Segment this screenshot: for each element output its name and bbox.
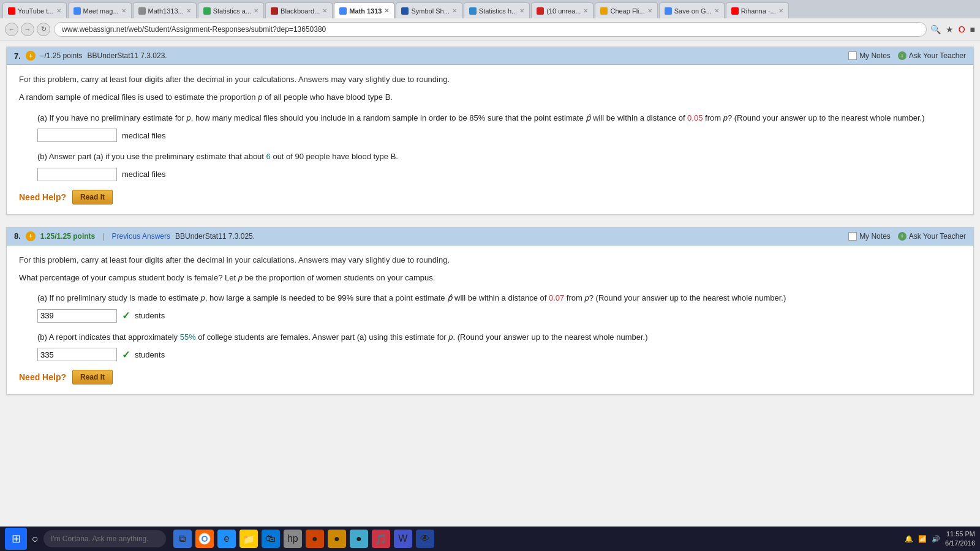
question-7-read-it-button[interactable]: Read It bbox=[72, 190, 113, 204]
taskbar-time: 11:55 PM 6/17/2016 bbox=[945, 530, 975, 549]
url-bar[interactable] bbox=[54, 22, 927, 37]
extension-icon[interactable]: ■ bbox=[970, 24, 975, 34]
question-8-prev-answers[interactable]: Previous Answers bbox=[112, 232, 170, 241]
question-7-intro: A random sample of medical files is used… bbox=[19, 91, 961, 103]
question-7b-block: (b) Answer part (a) if you use the preli… bbox=[37, 151, 961, 181]
tab-statistics-close[interactable]: ✕ bbox=[254, 7, 258, 14]
tab-math1313-active[interactable]: Math 1313 ✕ bbox=[334, 2, 394, 18]
tab-rihanna-close[interactable]: ✕ bbox=[778, 7, 783, 14]
tab-symbol-close[interactable]: ✕ bbox=[452, 7, 457, 14]
tab-blackboard-icon bbox=[271, 7, 278, 15]
tab-rihanna[interactable]: Rihanna -... ✕ bbox=[726, 2, 789, 18]
tab-meet-close[interactable]: ✕ bbox=[121, 7, 126, 14]
taskbar-files-icon[interactable]: 📁 bbox=[239, 530, 258, 548]
tab-email-close[interactable]: ✕ bbox=[583, 7, 588, 14]
back-button[interactable]: ← bbox=[5, 23, 18, 36]
tab-math1313-active-close[interactable]: ✕ bbox=[384, 7, 389, 14]
question-7-my-notes-button[interactable]: My Notes bbox=[848, 51, 891, 60]
question-7-ref: BBUnderStat11 7.3.023. bbox=[88, 51, 167, 60]
tab-symbol[interactable]: Symbol Sh... ✕ bbox=[396, 2, 462, 18]
search-icon[interactable]: 🔍 bbox=[930, 24, 941, 34]
question-8a-input[interactable] bbox=[37, 309, 117, 323]
question-8-header-right: My Notes + Ask Your Teacher bbox=[848, 232, 966, 241]
bookmark-icon[interactable]: ★ bbox=[946, 24, 954, 34]
tab-blackboard[interactable]: Blackboard... ✕ bbox=[265, 2, 333, 18]
question-7b-text: (b) Answer part (a) if you use the preli… bbox=[37, 151, 961, 163]
tab-cheap-icon bbox=[600, 7, 608, 15]
opera-icon[interactable]: O bbox=[959, 24, 965, 34]
taskbar-volume-icon: 🔊 bbox=[932, 535, 940, 543]
taskbar-edge-icon[interactable]: e bbox=[217, 530, 236, 548]
taskbar-right: 🔔 📶 🔊 11:55 PM 6/17/2016 bbox=[905, 530, 975, 549]
tab-statistics[interactable]: Statistics a... ✕ bbox=[198, 2, 264, 18]
question-8-separator: | bbox=[102, 231, 104, 241]
taskbar-icon9[interactable]: ● bbox=[350, 530, 368, 548]
forward-button[interactable]: → bbox=[21, 23, 34, 36]
taskbar-chrome-icon[interactable] bbox=[195, 530, 214, 548]
taskbar-icon12[interactable]: 👁 bbox=[416, 530, 434, 548]
question-7a-text: (a) If you have no preliminary estimate … bbox=[37, 112, 961, 124]
question-8-intro: What percentage of your campus student b… bbox=[19, 272, 961, 284]
question-7-ask-teacher-button[interactable]: + Ask Your Teacher bbox=[898, 51, 966, 60]
question-8b-answer-row: ✓ students bbox=[37, 348, 961, 361]
tab-cheap-close[interactable]: ✕ bbox=[647, 7, 652, 14]
question-7b-highlight: 6 bbox=[266, 152, 271, 161]
question-7-header-right: My Notes + Ask Your Teacher bbox=[848, 51, 966, 60]
tab-save-icon bbox=[665, 7, 672, 15]
tab-youtube-close[interactable]: ✕ bbox=[56, 7, 61, 14]
nav-buttons: ← → ↻ bbox=[5, 23, 50, 36]
tab-save-close[interactable]: ✕ bbox=[714, 7, 719, 14]
tab-statistics-icon bbox=[203, 7, 211, 15]
question-7-points: –/1.25 points bbox=[40, 51, 83, 60]
question-7a-answer-row: medical files bbox=[37, 129, 961, 142]
question-8a-highlight: 0.07 bbox=[549, 293, 564, 302]
tab-email-icon bbox=[537, 7, 544, 15]
question-8a-unit: students bbox=[135, 311, 165, 320]
tab-math1313[interactable]: Math1313... ✕ bbox=[133, 2, 197, 18]
question-7-header-left: 7. + –/1.25 points BBUnderStat11 7.3.023… bbox=[14, 51, 167, 61]
question-8-read-it-button[interactable]: Read It bbox=[72, 370, 113, 384]
refresh-button[interactable]: ↻ bbox=[37, 23, 50, 36]
question-8-header: 8. + 1.25/1.25 points | Previous Answers… bbox=[7, 228, 973, 246]
question-8a-answer-row: ✓ students bbox=[37, 309, 961, 323]
tab-blackboard-close[interactable]: ✕ bbox=[322, 7, 327, 14]
question-8-ask-teacher-button[interactable]: + Ask Your Teacher bbox=[898, 232, 966, 241]
tab-cheap[interactable]: Cheap Fli... ✕ bbox=[595, 2, 657, 18]
question-7a-input[interactable] bbox=[37, 129, 117, 142]
taskbar-store-icon[interactable]: 🛍 bbox=[262, 530, 280, 548]
taskbar-icon10[interactable]: 🎵 bbox=[372, 530, 390, 548]
tab-youtube[interactable]: YouTube t... ✕ bbox=[2, 2, 67, 18]
question-8-rounding-note: For this problem, carry at least four di… bbox=[19, 255, 961, 264]
question-8-block: 8. + 1.25/1.25 points | Previous Answers… bbox=[6, 227, 974, 395]
taskbar-hp-icon[interactable]: hp bbox=[284, 530, 302, 548]
taskbar-app-icons: ⧉ e 📁 🛍 hp ● ● ● 🎵 W 👁 bbox=[168, 530, 902, 548]
question-7a-unit: medical files bbox=[122, 131, 166, 140]
question-7b-answer-row: medical files bbox=[37, 168, 961, 181]
tab-email[interactable]: (10 unrea... ✕ bbox=[531, 2, 594, 18]
question-8-header-left: 8. + 1.25/1.25 points | Previous Answers… bbox=[14, 231, 255, 241]
note-icon-q8 bbox=[848, 232, 857, 241]
question-7b-input[interactable] bbox=[37, 168, 117, 181]
question-8-need-help-label: Need Help? bbox=[19, 372, 66, 382]
taskbar-icon11[interactable]: W bbox=[394, 530, 412, 548]
question-8b-checkmark: ✓ bbox=[122, 349, 130, 361]
tab-meet[interactable]: Meet mag... ✕ bbox=[68, 2, 132, 18]
question-8b-input[interactable] bbox=[37, 348, 117, 361]
cortana-search[interactable] bbox=[43, 530, 166, 547]
question-8b-highlight: 55% bbox=[180, 332, 196, 342]
ask-icon-q8: + bbox=[898, 232, 907, 241]
tab-math1313-close[interactable]: ✕ bbox=[186, 7, 191, 14]
question-8-my-notes-button[interactable]: My Notes bbox=[848, 232, 891, 241]
tab-statistics2[interactable]: Statistics h... ✕ bbox=[464, 2, 530, 18]
taskbar-icon8[interactable]: ● bbox=[328, 530, 346, 548]
tab-save[interactable]: Save on G... ✕ bbox=[659, 2, 725, 18]
start-button[interactable]: ⊞ bbox=[5, 528, 27, 550]
question-8b-text: (b) A report indicates that approximatel… bbox=[37, 331, 961, 343]
tab-rihanna-icon bbox=[731, 7, 739, 15]
taskbar-view-button[interactable]: ⧉ bbox=[173, 530, 192, 548]
tab-statistics2-close[interactable]: ✕ bbox=[519, 7, 524, 14]
question-7-header: 7. + –/1.25 points BBUnderStat11 7.3.023… bbox=[7, 47, 973, 65]
question-8-number: 8. bbox=[14, 231, 21, 241]
taskbar-icon7[interactable]: ● bbox=[306, 530, 324, 548]
question-7b-unit: medical files bbox=[122, 170, 166, 179]
